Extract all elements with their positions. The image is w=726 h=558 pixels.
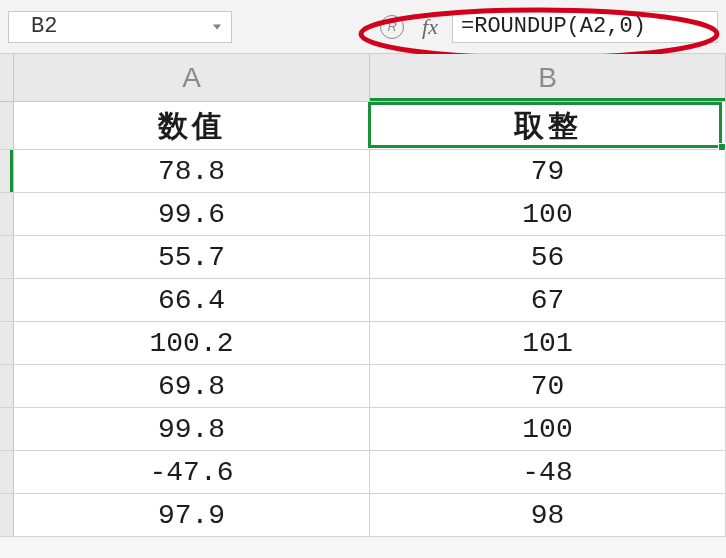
cell-B6[interactable]: 101 <box>370 322 726 364</box>
cell-B9[interactable]: -48 <box>370 451 726 493</box>
column-header-B[interactable]: B <box>370 54 726 101</box>
column-header-A[interactable]: A <box>14 54 370 101</box>
row-header[interactable] <box>0 102 14 149</box>
cell-A9[interactable]: -47.6 <box>14 451 370 493</box>
row-header[interactable] <box>0 365 14 407</box>
table-row: 数值 取整 <box>0 102 726 150</box>
fx-icon[interactable]: fx <box>422 14 438 40</box>
row-header[interactable] <box>0 150 14 192</box>
chevron-down-icon[interactable] <box>213 24 221 29</box>
fill-handle[interactable] <box>718 143 726 151</box>
row-header[interactable] <box>0 494 14 536</box>
cell-A1[interactable]: 数值 <box>14 102 370 149</box>
row-header[interactable] <box>0 236 14 278</box>
cell-A8[interactable]: 99.8 <box>14 408 370 450</box>
table-row: 97.9 98 <box>0 494 726 537</box>
cell-B4[interactable]: 56 <box>370 236 726 278</box>
table-row: 78.8 79 <box>0 150 726 193</box>
spreadsheet-grid: A B 数值 取整 78.8 79 99.6 100 55.7 56 66.4 … <box>0 54 726 537</box>
table-row: 69.8 70 <box>0 365 726 408</box>
row-header[interactable] <box>0 408 14 450</box>
row-header[interactable] <box>0 322 14 364</box>
r-icon[interactable]: R <box>380 15 404 39</box>
table-row: 100.2 101 <box>0 322 726 365</box>
column-header-row: A B <box>0 54 726 102</box>
cell-B2[interactable]: 79 <box>370 150 726 192</box>
row-header[interactable] <box>0 451 14 493</box>
cell-B3[interactable]: 100 <box>370 193 726 235</box>
formula-text: =ROUNDUP(A2,0) <box>461 14 646 39</box>
formula-group: R fx =ROUNDUP(A2,0) <box>380 11 718 43</box>
cell-B10[interactable]: 98 <box>370 494 726 536</box>
name-box-value: B2 <box>31 14 57 39</box>
cell-B8[interactable]: 100 <box>370 408 726 450</box>
name-box[interactable]: B2 <box>8 11 232 43</box>
row-header[interactable] <box>0 279 14 321</box>
cell-A3[interactable]: 99.6 <box>14 193 370 235</box>
cell-A2[interactable]: 78.8 <box>14 150 370 192</box>
cell-A7[interactable]: 69.8 <box>14 365 370 407</box>
cell-A10[interactable]: 97.9 <box>14 494 370 536</box>
table-row: 66.4 67 <box>0 279 726 322</box>
cell-A6[interactable]: 100.2 <box>14 322 370 364</box>
cell-B1[interactable]: 取整 <box>370 102 726 149</box>
cell-A4[interactable]: 55.7 <box>14 236 370 278</box>
cell-B7[interactable]: 70 <box>370 365 726 407</box>
cell-A5[interactable]: 66.4 <box>14 279 370 321</box>
table-row: 99.8 100 <box>0 408 726 451</box>
formula-input[interactable]: =ROUNDUP(A2,0) <box>452 11 718 43</box>
select-all-corner[interactable] <box>0 54 14 101</box>
table-row: 55.7 56 <box>0 236 726 279</box>
table-row: -47.6 -48 <box>0 451 726 494</box>
row-header[interactable] <box>0 193 14 235</box>
cell-B5[interactable]: 67 <box>370 279 726 321</box>
formula-bar: B2 R fx =ROUNDUP(A2,0) <box>0 0 726 54</box>
table-row: 99.6 100 <box>0 193 726 236</box>
